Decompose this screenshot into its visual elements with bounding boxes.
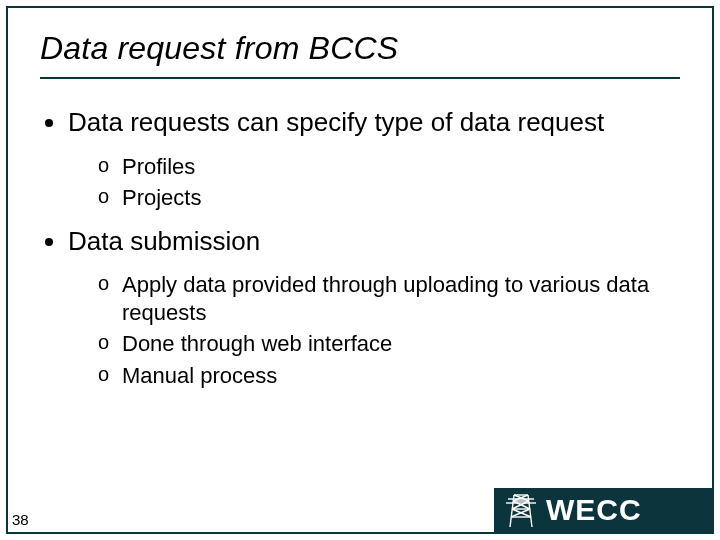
wecc-logo: WECC [494,488,712,532]
tower-icon [504,491,538,529]
bullet-text: Data submission [68,226,260,256]
sub-list: Apply data provided through uploading to… [68,271,680,389]
logo-text: WECC [546,493,642,527]
sub-text: Projects [122,185,201,210]
bullet-item: Data submission Apply data provided thro… [68,226,680,390]
svg-line-1 [528,495,532,527]
sub-text: Profiles [122,154,195,179]
title-rule [40,77,680,79]
sub-item: Apply data provided through uploading to… [98,271,680,326]
bullet-item: Data requests can specify type of data r… [68,107,680,212]
sub-item: Manual process [98,362,680,390]
bullet-text: Data requests can specify type of data r… [68,107,604,137]
sub-item: Profiles [98,153,680,181]
page-title: Data request from BCCS [40,30,680,67]
slide-content: Data request from BCCS Data requests can… [6,6,714,534]
sub-list: Profiles Projects [68,153,680,212]
sub-text: Manual process [122,363,277,388]
sub-item: Done through web interface [98,330,680,358]
sub-text: Apply data provided through uploading to… [122,272,649,325]
bullet-list: Data requests can specify type of data r… [40,107,680,389]
svg-line-0 [510,495,514,527]
sub-item: Projects [98,184,680,212]
page-number: 38 [12,511,29,528]
sub-text: Done through web interface [122,331,392,356]
